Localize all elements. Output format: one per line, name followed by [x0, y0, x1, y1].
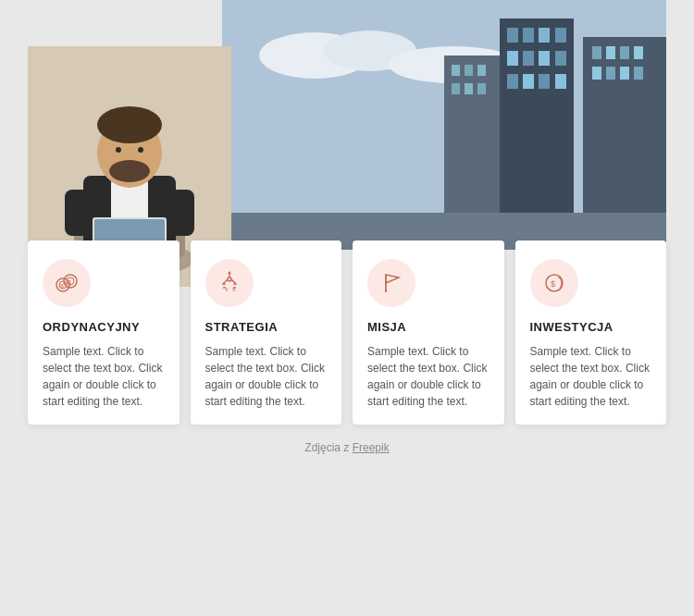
- footer: Zdjęcia z Freepik: [0, 425, 694, 463]
- svg-rect-28: [523, 74, 534, 89]
- svg-rect-43: [477, 65, 486, 76]
- svg-rect-39: [634, 67, 643, 80]
- svg-rect-37: [606, 67, 615, 80]
- svg-rect-35: [634, 46, 643, 59]
- svg-point-9: [138, 147, 143, 153]
- card-text-misja: Sample text. Click to select the text bo…: [367, 343, 490, 410]
- card-strategia: x x STRATEGIA Sample text. Click to sele…: [191, 240, 342, 425]
- svg-point-6: [97, 106, 162, 143]
- svg-rect-34: [620, 46, 629, 59]
- card-icon-inwestycja: $: [530, 259, 578, 307]
- svg-point-8: [116, 147, 121, 153]
- svg-point-54: [228, 277, 231, 281]
- buildings-image: [222, 0, 666, 250]
- footer-text: Zdjęcia z Freepik: [304, 441, 389, 454]
- svg-text:$: $: [551, 279, 555, 289]
- svg-rect-46: [477, 83, 486, 94]
- svg-rect-13: [167, 190, 194, 236]
- card-text-strategia: Sample text. Click to select the text bo…: [205, 343, 328, 410]
- svg-rect-23: [507, 51, 518, 66]
- svg-point-7: [109, 160, 150, 182]
- card-inwestycja: $ INWESTYCJA Sample text. Click to selec…: [515, 240, 667, 425]
- svg-marker-56: [228, 271, 231, 274]
- svg-rect-21: [539, 28, 550, 43]
- freepik-link[interactable]: Freepik: [353, 441, 390, 454]
- card-title-strategia: STRATEGIA: [205, 320, 328, 334]
- svg-rect-25: [539, 51, 550, 66]
- svg-rect-38: [620, 67, 629, 80]
- card-icon-misja: [367, 259, 415, 307]
- card-text-ordynacyjny: Sample text. Click to select the text bo…: [43, 343, 165, 410]
- page-wrapper: $ $ ORDYNACYJNY Sample text. Click to se…: [0, 0, 694, 616]
- svg-rect-29: [539, 74, 550, 89]
- card-icon-strategia: x x: [205, 259, 254, 307]
- card-ordynacyjny: $ $ ORDYNACYJNY Sample text. Click to se…: [28, 240, 180, 425]
- card-title-ordynacyjny: ORDYNACYJNY: [43, 320, 165, 334]
- card-misja: MISJA Sample text. Click to select the t…: [353, 240, 504, 425]
- svg-rect-36: [592, 67, 601, 80]
- svg-rect-33: [606, 46, 615, 59]
- svg-text:x: x: [225, 286, 229, 292]
- cards-section: $ $ ORDYNACYJNY Sample text. Click to se…: [0, 240, 694, 425]
- svg-rect-30: [555, 74, 566, 89]
- svg-rect-45: [465, 83, 473, 94]
- svg-text:x: x: [232, 286, 236, 292]
- card-text-inwestycja: Sample text. Click to select the text bo…: [530, 343, 652, 410]
- svg-rect-32: [592, 46, 601, 59]
- svg-rect-41: [452, 65, 460, 76]
- card-icon-ordynacyjny: $ $: [43, 259, 91, 307]
- card-title-misja: MISJA: [367, 320, 490, 334]
- svg-text:$: $: [60, 283, 64, 290]
- card-title-inwestycja: INWESTYCJA: [530, 320, 652, 334]
- svg-rect-19: [507, 28, 518, 43]
- svg-rect-12: [65, 190, 93, 236]
- svg-rect-22: [555, 28, 566, 43]
- svg-rect-44: [452, 83, 460, 94]
- svg-text:$: $: [68, 279, 71, 286]
- svg-rect-20: [523, 28, 534, 43]
- svg-rect-27: [507, 74, 518, 89]
- svg-rect-26: [555, 51, 566, 66]
- svg-rect-42: [465, 65, 473, 76]
- svg-rect-24: [523, 51, 534, 66]
